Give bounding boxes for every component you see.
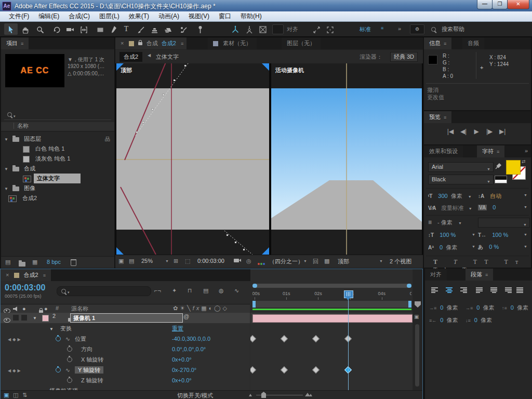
view-layout-selector[interactable]: 2 个视图 xyxy=(390,258,411,265)
layer-solo-toggle[interactable] xyxy=(21,315,27,321)
font-style-select[interactable]: Black ▼ xyxy=(428,175,494,184)
panel-menu-icon[interactable]: ≡ xyxy=(485,272,488,277)
next-keyframe-icon[interactable]: ▶ xyxy=(17,337,20,342)
world-axis-mode-icon[interactable] xyxy=(243,23,256,35)
align-center-button[interactable] xyxy=(444,286,455,295)
panel-menu-icon[interactable]: ≡ xyxy=(21,41,23,46)
roto-brush-tool-icon[interactable] xyxy=(177,23,190,35)
faux-italic-button[interactable]: T xyxy=(454,258,464,265)
workspace-selector[interactable]: 标准 xyxy=(360,25,371,33)
playhead-marker[interactable] xyxy=(344,290,353,298)
layer-row-camera1[interactable]: ▼ 2 摄像机 1 @ xyxy=(1,313,250,323)
kerning-dropdown-icon[interactable]: ▼ xyxy=(469,207,472,210)
horizontal-scale-value[interactable]: 100 % xyxy=(492,232,508,238)
tab-footage[interactable]: 素材（无） xyxy=(208,37,257,49)
clone-stamp-tool-icon[interactable] xyxy=(148,23,161,35)
sync-settings-icon[interactable]: ⚙ xyxy=(410,24,424,34)
stopwatch-icon[interactable] xyxy=(67,357,72,362)
help-search-input[interactable]: 搜索帮助 xyxy=(442,25,464,33)
draft-3d-icon[interactable]: ✦ xyxy=(172,287,177,294)
panel-menu-icon[interactable]: ≡ xyxy=(43,273,46,278)
zoom-out-mountain-icon[interactable] xyxy=(249,394,252,396)
menu-animation[interactable]: 动画(A) xyxy=(154,11,184,22)
zoom-dropdown-icon[interactable]: ▼ xyxy=(165,259,169,263)
selection-tool-icon[interactable] xyxy=(4,23,18,35)
work-area-end-handle[interactable] xyxy=(408,301,411,308)
stopwatch-icon[interactable] xyxy=(56,336,61,341)
flowchart-icon[interactable]: 品 xyxy=(105,134,110,144)
tab-preview[interactable]: 预览≡ xyxy=(424,111,451,123)
pan-behind-tool-icon[interactable] xyxy=(77,23,90,35)
project-item-folder-solids[interactable]: ▼ 固态层 品 xyxy=(1,134,114,144)
menu-help[interactable]: 帮助(H) xyxy=(236,11,267,22)
y-rotation-value[interactable]: 0x-270.0° xyxy=(172,365,196,375)
project-item-3d-text-comp[interactable]: 立体文字 xyxy=(1,174,114,183)
breadcrumb-comp2[interactable]: 合成2 xyxy=(119,52,142,62)
keyframe-diamond[interactable] xyxy=(281,366,288,374)
current-time-display[interactable]: 0:00:03:00 xyxy=(197,258,224,264)
next-frame-button[interactable]: |▶ xyxy=(484,128,495,135)
group-expand-arrow[interactable]: ▼ xyxy=(49,327,54,331)
prev-keyframe-icon[interactable]: ◀ xyxy=(8,368,11,373)
motion-blur-icon[interactable]: ◍ xyxy=(219,287,224,294)
time-ruler[interactable]: 0:00s01s02s03s04s05s xyxy=(252,289,411,301)
panel-menu-icon[interactable]: ≡ xyxy=(444,41,446,46)
align-left-button[interactable] xyxy=(430,286,441,295)
vertical-scale-value[interactable]: 100 % xyxy=(440,232,456,238)
rotate-tool-icon[interactable] xyxy=(50,23,63,35)
hscale-dropdown-icon[interactable]: ▼ xyxy=(524,233,527,236)
prev-keyframe-icon[interactable]: ◀ xyxy=(8,337,11,342)
type-tool-icon[interactable]: T xyxy=(119,23,133,35)
indent-right-field[interactable]: ≡← 0 像素 xyxy=(429,316,458,324)
x-rotation-value[interactable]: 0x+0.0° xyxy=(172,354,192,365)
kerning-value[interactable]: 度量标准 xyxy=(441,205,464,211)
layer-name[interactable]: 摄像机 1 xyxy=(70,313,183,323)
expand-icon[interactable] xyxy=(310,23,323,35)
stopwatch-icon[interactable] xyxy=(56,367,61,373)
project-bit-depth[interactable]: 8 bpc xyxy=(47,259,61,265)
always-preview-icon[interactable]: ▣ xyxy=(118,258,124,264)
tsume-value[interactable]: 0 % xyxy=(489,244,499,250)
menu-file[interactable]: 文件(F) xyxy=(4,11,34,22)
project-item-folder-comps[interactable]: ▼ 合成 xyxy=(1,164,114,174)
prop-row-transform[interactable]: ▼ 变换 重置 xyxy=(1,323,250,334)
eraser-tool-icon[interactable] xyxy=(161,23,175,35)
transparency-grid-icon[interactable]: ▩ xyxy=(324,258,329,264)
delete-icon[interactable] xyxy=(71,259,76,266)
menu-view[interactable]: 视图(V) xyxy=(184,11,214,22)
play-button[interactable]: ▶ xyxy=(471,128,482,135)
layer-duration-bar[interactable] xyxy=(252,314,413,323)
panel-menu-icon[interactable]: ≡ xyxy=(497,149,499,154)
vscale-dropdown-icon[interactable]: ▼ xyxy=(472,233,475,236)
view-active-camera[interactable]: 活动摄像机 xyxy=(271,63,422,255)
tab-audio[interactable]: 音频 xyxy=(462,37,484,49)
toggle-switches-modes-button[interactable]: 切换开关/模式 xyxy=(177,392,213,399)
show-snapshot-icon[interactable]: ◎ xyxy=(246,258,251,264)
roi-icon[interactable]: 回 xyxy=(313,258,318,265)
hide-shy-layers-icon[interactable]: ⊓ xyxy=(188,287,192,294)
renderer-button[interactable]: 经典 3D xyxy=(390,52,418,62)
restore-button[interactable]: ❐ xyxy=(492,0,508,9)
work-area-start-handle[interactable] xyxy=(252,301,256,308)
tab-project[interactable]: 项目≡ xyxy=(1,37,29,49)
justify-last-left-button[interactable] xyxy=(475,286,486,295)
z-rotation-value[interactable]: 0x+0.0° xyxy=(172,375,192,385)
leading-dropdown-icon[interactable]: ▼ xyxy=(524,193,527,197)
font-size-value[interactable]: 300 xyxy=(438,193,447,199)
resolution-selector[interactable]: （四分之一） xyxy=(269,258,303,265)
interpret-footage-icon[interactable]: ▤ xyxy=(5,259,10,265)
zoom-slider-handle[interactable] xyxy=(261,392,266,398)
justify-all-button[interactable] xyxy=(515,286,526,295)
project-item-folder-images[interactable]: ▼ 图像 xyxy=(1,183,114,193)
menu-effect[interactable]: 效果(T) xyxy=(124,11,154,22)
timeline-search-input[interactable]: ▾ xyxy=(57,286,151,296)
tracking-value[interactable]: 0 xyxy=(493,204,496,210)
baseline-dropdown-icon[interactable]: ▼ xyxy=(472,245,475,248)
tracking-dropdown-icon[interactable]: ▼ xyxy=(524,205,527,209)
layer-label-swatch[interactable] xyxy=(42,315,49,322)
frame-blending-icon[interactable]: ▤ xyxy=(203,287,208,294)
comp-button-icon[interactable]: ▣ xyxy=(414,314,419,320)
zoom-in-mountain-icon[interactable] xyxy=(309,394,312,396)
menu-layer[interactable]: 图层(L) xyxy=(95,11,124,22)
minimize-button[interactable]: — xyxy=(477,0,493,9)
